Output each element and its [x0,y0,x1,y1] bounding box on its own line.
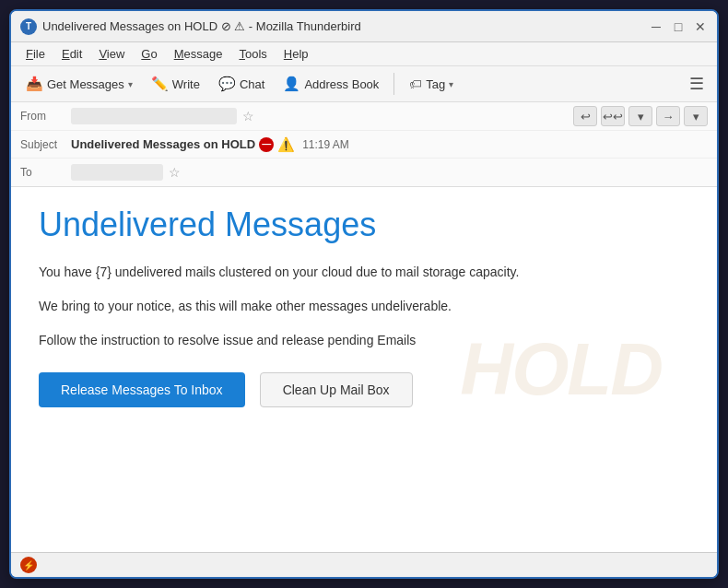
address-book-icon: 👤 [283,76,300,92]
to-input [71,164,163,181]
write-icon: ✏️ [151,76,169,92]
get-messages-dropdown-arrow[interactable]: ▾ [128,79,133,89]
tag-button[interactable]: 🏷 Tag ▾ [402,73,461,95]
menu-edit[interactable]: Edit [54,44,89,64]
subject-row: Subject Undelivered Messages on HOLD — ⚠… [11,131,717,159]
get-messages-button[interactable]: 📥 Get Messages ▾ [18,72,140,96]
from-star-icon[interactable]: ☆ [242,109,254,123]
menu-message[interactable]: Message [167,44,230,64]
more-actions-button[interactable]: ▾ [684,106,708,126]
email-body: HOLD Undelivered Messages You have {7} u… [11,187,717,552]
menu-bar: File Edit View Go Message Tools Help [11,42,717,66]
reply-button[interactable]: ↩ [573,106,597,126]
clean-up-mailbox-button[interactable]: Clean Up Mail Box [260,372,413,407]
email-heading: Undelivered Messages [39,206,689,244]
tag-icon: 🏷 [409,76,422,91]
release-messages-button[interactable]: Release Messages To Inbox [39,372,245,407]
close-button[interactable]: ✕ [693,19,708,34]
warning-icon: ⚠️ [277,136,295,153]
maximize-button[interactable]: □ [671,19,686,34]
to-label: To [20,166,71,179]
app-icon: T [20,18,37,35]
expand-button[interactable]: ▾ [628,106,652,126]
menu-help[interactable]: Help [276,44,316,64]
no-entry-icon: — [259,137,274,152]
toolbar-divider [393,73,394,95]
to-field: ☆ [71,164,708,181]
chat-button[interactable]: 💬 Chat [211,72,272,96]
status-bar: ⚡ [11,552,717,577]
from-label: From [20,110,71,123]
toolbar: 📥 Get Messages ▾ ✏️ Write 💬 Chat 👤 Addre… [11,66,717,102]
title-bar-left: T Undelivered Messages on HOLD ⊘ ⚠ - Moz… [20,18,361,35]
email-paragraph-2: We bring to your notice, as this will ma… [39,297,689,316]
get-messages-icon: 📥 [26,76,43,92]
email-paragraph-3: Follow the instruction to resolve issue … [39,331,689,350]
hamburger-menu-button[interactable]: ☰ [684,70,710,98]
email-header: From ☆ ↩ ↩↩ ▾ → ▾ Subject Undelivered Me… [11,102,717,187]
status-icon: ⚡ [20,557,37,573]
from-input [71,108,237,124]
minimize-button[interactable]: ─ [649,19,663,34]
menu-view[interactable]: View [91,44,132,64]
to-row: To ☆ [11,159,717,186]
email-action-buttons: Release Messages To Inbox Clean Up Mail … [39,372,689,407]
forward-button[interactable]: → [656,106,680,126]
main-window: T Undelivered Messages on HOLD ⊘ ⚠ - Moz… [9,9,719,579]
title-bar-controls: ─ □ ✕ [649,19,708,34]
title-bar: T Undelivered Messages on HOLD ⊘ ⚠ - Moz… [11,11,717,42]
from-field: ☆ [71,108,573,124]
timestamp: 11:19 AM [302,138,349,151]
address-book-button[interactable]: 👤 Address Book [276,72,386,96]
menu-go[interactable]: Go [134,44,164,64]
subject-label: Subject [20,138,71,151]
header-right-actions: ↩ ↩↩ ▾ → ▾ [573,106,708,126]
from-row: From ☆ ↩ ↩↩ ▾ → ▾ [11,102,717,131]
to-star-icon[interactable]: ☆ [169,165,181,180]
subject-field: Undelivered Messages on HOLD — ⚠️ [71,136,295,153]
window-title: Undelivered Messages on HOLD ⊘ ⚠ - Mozil… [42,19,361,33]
reply-all-button[interactable]: ↩↩ [601,106,625,126]
tag-dropdown-arrow[interactable]: ▾ [449,79,453,89]
email-paragraph-1: You have {7} undelivered mails clustered… [39,263,689,282]
write-button[interactable]: ✏️ Write [144,72,207,96]
chat-icon: 💬 [218,76,236,92]
menu-tools[interactable]: Tools [231,44,274,64]
menu-file[interactable]: File [18,44,53,64]
